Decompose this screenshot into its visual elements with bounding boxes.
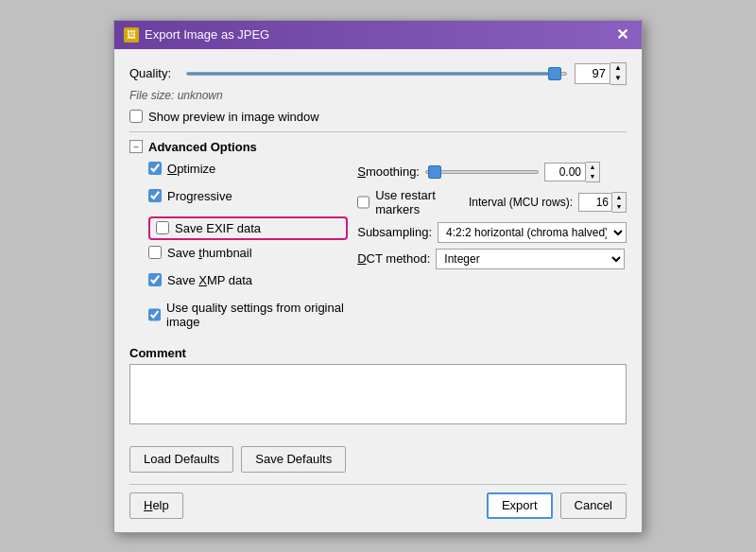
dct-label: DCT method: <box>357 251 430 266</box>
save-xmp-row: Save XMP data <box>148 273 348 287</box>
subsampling-label: Subsampling: <box>357 225 432 239</box>
smoothing-number-wrap: 0.00 ▲ ▼ <box>544 162 600 182</box>
comment-textarea[interactable] <box>129 364 627 424</box>
smoothing-up-button[interactable]: ▲ <box>586 163 599 172</box>
interval-value[interactable]: 16 <box>578 193 612 212</box>
use-quality-checkbox[interactable] <box>148 308 161 321</box>
defaults-buttons-row: Load Defaults Save Defaults <box>129 439 627 476</box>
file-size-label: File size: unknown <box>129 89 627 102</box>
smoothing-value[interactable]: 0.00 <box>544 163 586 181</box>
show-preview-row: Show preview in image window <box>129 110 627 124</box>
comment-section: Comment <box>129 346 627 427</box>
quality-down-button[interactable]: ▼ <box>610 74 626 84</box>
quality-slider-wrap <box>186 65 567 82</box>
quality-spinner: ▲ ▼ <box>610 62 627 85</box>
smoothing-slider-wrap <box>425 164 539 181</box>
smoothing-track <box>425 170 539 174</box>
interval-spinner: ▲ ▼ <box>612 192 627 213</box>
advanced-left-col: Optimize Progressive Save EXIF data Save… <box>148 162 348 336</box>
subsampling-select-wrap: 4:2:0 (chroma quartered) 4:2:2 horizonta… <box>438 222 627 243</box>
smoothing-row: Smoothing: 0.00 ▲ ▼ <box>357 162 627 182</box>
save-defaults-button[interactable]: Save Defaults <box>241 446 346 473</box>
save-thumbnail-label: Save thumbnail <box>167 246 252 260</box>
titlebar: 🖼 Export Image as JPEG ✕ <box>114 21 642 49</box>
save-thumbnail-row: Save thumbnail <box>148 246 348 260</box>
save-exif-row: Save EXIF data <box>148 216 348 240</box>
restart-markers-checkbox[interactable] <box>357 196 369 209</box>
quality-value[interactable]: 97 <box>575 63 610 84</box>
advanced-options-grid: Optimize Progressive Save EXIF data Save… <box>148 162 627 336</box>
progressive-checkbox[interactable] <box>148 189 162 202</box>
smoothing-label: Smoothing: <box>357 164 420 179</box>
load-defaults-button[interactable]: Load Defaults <box>129 446 233 473</box>
quality-slider-thumb[interactable] <box>548 67 561 80</box>
progressive-row: Progressive <box>148 189 348 203</box>
defaults-buttons: Load Defaults Save Defaults <box>129 446 346 473</box>
restart-markers-row: Use restart markers Interval (MCU rows):… <box>357 188 627 216</box>
interval-up-button[interactable]: ▲ <box>612 193 626 202</box>
save-thumbnail-checkbox[interactable] <box>148 246 162 259</box>
advanced-right-col: Smoothing: 0.00 ▲ ▼ <box>348 162 627 336</box>
bottom-buttons-row: Help Export Cancel <box>129 492 627 519</box>
interval-label: Interval (MCU rows): <box>469 196 573 209</box>
use-quality-label: Use quality settings from original image <box>166 301 348 329</box>
quality-slider-fill <box>187 73 555 75</box>
use-quality-row: Use quality settings from original image <box>148 301 348 329</box>
smoothing-down-button[interactable]: ▼ <box>586 172 599 181</box>
save-xmp-checkbox[interactable] <box>148 273 162 286</box>
cancel-button[interactable]: Cancel <box>560 492 627 519</box>
help-button[interactable]: Help <box>129 492 183 519</box>
interval-down-button[interactable]: ▼ <box>612 202 626 212</box>
interval-number-wrap: 16 ▲ ▼ <box>578 192 627 213</box>
dialog-content: Quality: 97 ▲ ▼ File size: unknown Show … <box>114 49 642 532</box>
collapse-icon[interactable]: − <box>129 140 143 153</box>
export-button[interactable]: Export <box>487 492 553 519</box>
save-xmp-label: Save XMP data <box>167 273 252 287</box>
dialog-title: Export Image as JPEG <box>145 27 269 42</box>
quality-label: Quality: <box>129 66 179 80</box>
advanced-options-header: − Advanced Options <box>129 140 627 154</box>
optimize-checkbox[interactable] <box>148 162 162 175</box>
quality-up-button[interactable]: ▲ <box>610 63 626 74</box>
advanced-options-title: Advanced Options <box>148 140 257 154</box>
optimize-label: Optimize <box>167 162 215 176</box>
save-exif-label: Save EXIF data <box>175 221 261 235</box>
quality-row: Quality: 97 ▲ ▼ <box>129 62 627 85</box>
optimize-row: Optimize <box>148 162 348 176</box>
save-exif-checkbox[interactable] <box>156 221 169 234</box>
smoothing-thumb[interactable] <box>428 165 441 179</box>
smoothing-spinner: ▲ ▼ <box>586 162 600 182</box>
restart-markers-label: Use restart markers <box>375 188 463 216</box>
divider2 <box>129 484 627 485</box>
export-jpeg-dialog: 🖼 Export Image as JPEG ✕ Quality: 97 ▲ ▼ <box>113 20 643 533</box>
titlebar-left: 🖼 Export Image as JPEG <box>124 27 269 43</box>
comment-label: Comment <box>129 346 627 360</box>
quality-slider-track <box>186 72 567 76</box>
progressive-label: Progressive <box>167 189 232 203</box>
dct-method-row: DCT method: Integer Fixed Float <box>357 249 627 269</box>
dct-select-wrap: Integer Fixed Float <box>436 249 625 269</box>
dialog-icon: 🖼 <box>124 27 139 43</box>
subsampling-row: Subsampling: 4:2:0 (chroma quartered) 4:… <box>357 222 627 243</box>
show-preview-label: Show preview in image window <box>148 110 319 124</box>
quality-number-wrap: 97 ▲ ▼ <box>575 62 627 85</box>
close-button[interactable]: ✕ <box>612 27 632 43</box>
subsampling-select[interactable]: 4:2:0 (chroma quartered) 4:2:2 horizonta… <box>438 222 627 243</box>
right-buttons: Export Cancel <box>487 492 627 519</box>
divider1 <box>129 131 627 132</box>
show-preview-checkbox[interactable] <box>129 110 143 123</box>
dct-select[interactable]: Integer Fixed Float <box>436 249 625 269</box>
